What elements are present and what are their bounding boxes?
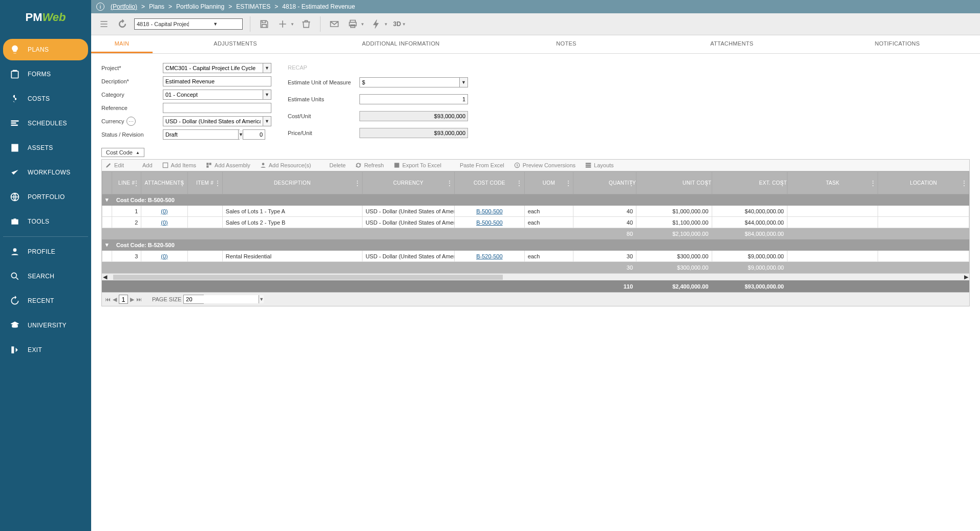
delete-button[interactable]: Delete [320, 162, 346, 169]
delete-icon[interactable] [300, 17, 313, 31]
chevron-down-icon[interactable]: ▼ [263, 90, 271, 99]
attachments-link[interactable]: (0) [141, 217, 187, 228]
chevron-down-icon[interactable]: ▼ [188, 21, 243, 27]
tab-main[interactable]: MAIN [91, 35, 153, 53]
col-quantity[interactable]: QUANTITY⋮ [573, 172, 636, 194]
tab-additional-information[interactable]: ADDITIONAL INFORMATION [318, 35, 483, 53]
horizontal-scrollbar[interactable]: ◀▶ [102, 273, 969, 280]
edit-button[interactable]: Edit [105, 162, 124, 169]
col-select[interactable] [102, 172, 112, 194]
add-button[interactable]: Add [133, 162, 153, 169]
reference-field[interactable] [163, 103, 271, 113]
chevron-down-icon[interactable]: ▼ [289, 22, 294, 27]
list-icon[interactable] [97, 17, 111, 31]
cost-code-link[interactable]: B-520-500 [455, 251, 525, 262]
sidebar-item-exit[interactable]: EXIT [3, 339, 88, 361]
add-items-button[interactable]: Add Items [162, 162, 197, 169]
status-field[interactable]: ▼ [163, 129, 240, 140]
sidebar-item-recent[interactable]: RECENT [3, 290, 88, 312]
record-selector[interactable]: 4818 - Capital Project Life Cycle - E ▼ [134, 18, 243, 30]
sidebar-item-plans[interactable]: PLANS [3, 39, 88, 60]
sidebar-item-profile[interactable]: PROFILE [3, 241, 88, 262]
col-cost-code[interactable]: COST CODE⋮ [455, 172, 525, 194]
breadcrumb-item[interactable]: ESTIMATES [236, 3, 270, 10]
sidebar-item-assets[interactable]: ASSETS [3, 137, 88, 159]
print-icon[interactable] [346, 17, 359, 31]
group-by-chip[interactable]: Cost Code ▲ [101, 148, 144, 157]
cost-code-link[interactable]: B-500-500 [455, 217, 525, 228]
sidebar-item-university[interactable]: UNIVERSITY [3, 315, 88, 336]
chevron-down-icon[interactable]: ▼ [383, 22, 388, 27]
paste-excel-button[interactable]: Paste From Excel [451, 162, 504, 169]
export-excel-button[interactable]: Export To Excel [393, 162, 441, 169]
sidebar: PMWeb PLANS FORMS COSTS SCHEDULES ASSETS [0, 0, 91, 531]
preview-conversions-button[interactable]: $Preview Conversions [514, 162, 576, 169]
attachments-link[interactable]: (0) [141, 206, 187, 217]
first-page-icon[interactable]: ⏮ [105, 296, 111, 302]
sidebar-item-costs[interactable]: COSTS [3, 88, 88, 109]
chevron-down-icon[interactable]: ▼ [263, 63, 271, 73]
sidebar-item-portfolio[interactable]: PORTFOLIO [3, 186, 88, 208]
breadcrumb-portfolio[interactable]: (Portfolio) [111, 3, 137, 10]
col-attachments[interactable]: ATTACHMENTS⋮ [141, 172, 187, 194]
attachments-link[interactable]: (0) [141, 251, 187, 262]
col-task[interactable]: TASK⋮ [787, 172, 878, 194]
col-ext-cost[interactable]: EXT. COST⋮ [712, 172, 787, 194]
sidebar-item-search[interactable]: SEARCH [3, 266, 88, 287]
table-row[interactable]: 2 (0) Sales of Lots 2 - Type B USD - Dol… [102, 217, 969, 228]
group-row[interactable]: ▾Cost Code: B-520-500 [102, 239, 969, 251]
project-field[interactable]: ▼ [163, 63, 271, 73]
estimate-uom-field[interactable]: ▼ [359, 77, 468, 87]
page-size-select[interactable]: ▼ [183, 295, 204, 304]
tab-notifications[interactable]: NOTIFICATIONS [815, 35, 980, 53]
chevron-down-icon[interactable]: ▼ [263, 117, 271, 126]
category-field[interactable]: ▼ [163, 90, 271, 100]
estimate-units-field[interactable] [359, 94, 468, 104]
three-d-button[interactable]: 3D [393, 17, 401, 31]
chevron-down-icon[interactable]: ▼ [259, 295, 264, 303]
layouts-button[interactable]: Layouts [585, 162, 614, 169]
add-icon[interactable] [276, 17, 289, 31]
refresh-button[interactable]: Refresh [355, 162, 384, 169]
col-unit-cost[interactable]: UNIT COST⋮ [636, 172, 712, 194]
bolt-icon[interactable] [370, 17, 383, 31]
tab-attachments[interactable]: ATTACHMENTS [649, 35, 815, 53]
cost-code-link[interactable]: B-500-500 [455, 206, 525, 217]
add-assembly-button[interactable]: Add Assembly [205, 162, 250, 169]
chevron-down-icon[interactable]: ▼ [459, 78, 467, 87]
history-icon[interactable] [116, 17, 129, 31]
more-icon[interactable]: ⋯ [126, 117, 136, 126]
col-uom[interactable]: UOM⋮ [524, 172, 573, 194]
revision-field[interactable] [243, 129, 265, 140]
tab-notes[interactable]: NOTES [483, 35, 649, 53]
chevron-down-icon[interactable]: ▼ [359, 22, 365, 27]
tab-adjustments[interactable]: ADJUSTMENTS [153, 35, 318, 53]
add-resource-button[interactable]: Add Resource(s) [260, 162, 311, 169]
sidebar-item-label: ASSETS [28, 144, 53, 151]
last-page-icon[interactable]: ⏭ [136, 296, 142, 302]
col-description[interactable]: DESCRIPTION⋮ [222, 172, 362, 194]
save-icon[interactable] [258, 17, 271, 31]
col-item[interactable]: ITEM #⋮ [187, 172, 222, 194]
sidebar-item-forms[interactable]: FORMS [3, 63, 88, 85]
col-line[interactable]: LINE #⋮ [112, 172, 141, 194]
table-row[interactable]: 3 (0) Rental Residential USD - Dollar (U… [102, 251, 969, 262]
sidebar-item-tools[interactable]: TOOLS [3, 211, 88, 232]
currency-field[interactable]: ▼ [163, 116, 271, 126]
col-location[interactable]: LOCATION⋮ [878, 172, 969, 194]
breadcrumb-item[interactable]: Portfolio Planning [176, 3, 224, 10]
next-page-icon[interactable]: ▶ [130, 296, 134, 303]
mail-icon[interactable] [328, 17, 341, 31]
table-row[interactable]: 1 (0) Sales of Lots 1 - Type A USD - Dol… [102, 206, 969, 217]
group-row[interactable]: ▾Cost Code: B-500-500 [102, 194, 969, 206]
description-field[interactable] [163, 76, 271, 86]
page-number-input[interactable] [119, 295, 128, 304]
sidebar-item-workflows[interactable]: WORKFLOWS [3, 162, 88, 183]
col-currency[interactable]: CURRENCY⋮ [362, 172, 454, 194]
briefcase-icon [8, 215, 22, 228]
chevron-down-icon[interactable]: ▼ [401, 22, 406, 27]
prev-page-icon[interactable]: ◀ [113, 296, 117, 303]
info-icon[interactable]: i [96, 3, 104, 11]
sidebar-item-schedules[interactable]: SCHEDULES [3, 113, 88, 134]
breadcrumb-item[interactable]: Plans [149, 3, 164, 10]
